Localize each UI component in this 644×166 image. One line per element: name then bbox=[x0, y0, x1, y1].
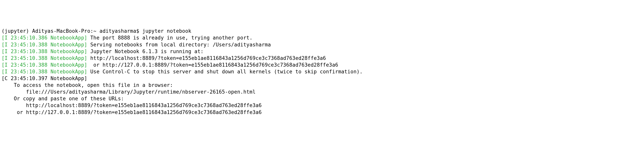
log-message: http://localhost:8889/?token=e155eb1ae81… bbox=[87, 55, 326, 61]
instruction-line-2: file:///Users/adityasharma/Library/Jupyt… bbox=[2, 88, 642, 95]
instruction-line-5: or http://127.0.0.1:8889/?token=e155eb1a… bbox=[2, 109, 642, 116]
instruction-line-4: http://localhost:8889/?token=e155eb1ae81… bbox=[2, 102, 642, 109]
log-prefix: [I 23:45:10.388 NotebookApp] bbox=[2, 55, 87, 61]
instruction-line-3: Or copy and paste one of these URLs: bbox=[2, 95, 642, 102]
log-line-1: [I 23:45:10.386 NotebookApp] The port 88… bbox=[2, 34, 642, 41]
log-prefix: [I 23:45:10.388 NotebookApp] bbox=[2, 49, 87, 54]
log-line-4: [I 23:45:10.388 NotebookApp] http://loca… bbox=[2, 55, 642, 62]
log-message: or http://127.0.0.1:8889/?token=e155eb1a… bbox=[87, 62, 338, 68]
log-message: Jupyter Notebook 6.1.3 is running at: bbox=[87, 49, 204, 54]
log-line-2: [I 23:45:10.388 NotebookApp] Serving not… bbox=[2, 41, 642, 48]
log-message: Use Control-C to stop this server and sh… bbox=[87, 69, 363, 75]
log-prefix: [I 23:45:10.388 NotebookApp] bbox=[2, 62, 87, 68]
prompt-line: (jupyter) Adityas-MacBook-Pro:~ adityash… bbox=[2, 28, 642, 34]
log-message: The port 8888 is already in use, trying … bbox=[87, 35, 252, 41]
log-line-3: [I 23:45:10.388 NotebookApp] Jupyter Not… bbox=[2, 48, 642, 55]
instruction-line-1: To access the notebook, open this file i… bbox=[2, 82, 642, 88]
log-line-7: [C 23:45:10.397 NotebookApp] bbox=[2, 75, 642, 82]
log-prefix: [C 23:45:10.397 NotebookApp] bbox=[2, 76, 87, 81]
log-line-5: [I 23:45:10.388 NotebookApp] or http://1… bbox=[2, 62, 642, 68]
log-prefix: [I 23:45:10.386 NotebookApp] bbox=[2, 35, 87, 41]
log-prefix: [I 23:45:10.388 NotebookApp] bbox=[2, 69, 87, 75]
log-prefix: [I 23:45:10.388 NotebookApp] bbox=[2, 42, 87, 48]
log-line-6: [I 23:45:10.388 NotebookApp] Use Control… bbox=[2, 68, 642, 75]
log-message: Serving notebooks from local directory: … bbox=[87, 42, 271, 48]
terminal-output: (jupyter) Adityas-MacBook-Pro:~ adityash… bbox=[2, 28, 642, 116]
